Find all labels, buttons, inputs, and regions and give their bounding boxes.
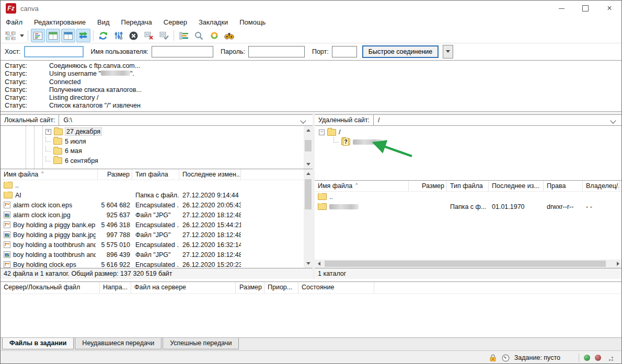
port-input[interactable] — [332, 46, 357, 57]
expand-plus-icon[interactable]: + — [45, 129, 51, 135]
column-header-1[interactable]: Размер — [98, 169, 132, 180]
local-site-combobox[interactable]: G:\ — [59, 115, 313, 125]
scrollbar-thumb[interactable] — [305, 179, 312, 209]
directory-comparison-button[interactable] — [177, 29, 191, 42]
menu-item-5[interactable]: Закладки — [199, 18, 228, 26]
tree-connector — [45, 137, 51, 142]
scroll-up-button[interactable] — [304, 126, 313, 135]
scroll-left-button[interactable] — [315, 260, 324, 268]
local-file-row[interactable]: alarm clock icon.eps5 604 682Encapsulate… — [1, 200, 313, 210]
scrollbar-thumb[interactable] — [305, 140, 312, 151]
queue-column-header-3[interactable]: Размер — [236, 282, 264, 293]
collapse-minus-icon[interactable]: − — [319, 130, 325, 135]
menu-item-1[interactable]: Редактирование — [34, 18, 86, 26]
local-file-row[interactable]: Boy holding a piggy bank.eps5 496 318Enc… — [1, 220, 313, 230]
directory-filters-button[interactable] — [207, 29, 221, 42]
local-file-row[interactable]: AIПапка с файл...27.12.2020 9:14:44 — [1, 190, 313, 200]
local-tree-item[interactable]: +27 декабря — [45, 127, 313, 137]
process-queue-button[interactable] — [111, 29, 125, 42]
scroll-up-button[interactable] — [304, 169, 313, 178]
queue-column-header-1[interactable]: Напра... — [100, 282, 131, 293]
quickconnect-button[interactable]: Быстрое соединение — [362, 45, 439, 58]
remote-tree-item[interactable]: ? — [319, 137, 622, 147]
local-site-row: Локальный сайт: G:\ — [1, 114, 313, 126]
local-directory-tree: +27 декабря5 июля6 мая6 сентября — [1, 126, 313, 169]
minimize-button[interactable] — [549, 1, 573, 16]
resize-grip[interactable] — [607, 355, 613, 361]
remote-horizontal-scrollbar[interactable] — [315, 260, 622, 268]
tree-item-label: / — [339, 128, 340, 136]
remote-file-row[interactable]: .. — [315, 192, 622, 202]
local-tree-item[interactable]: 6 сентября — [45, 156, 313, 166]
column-header-0[interactable]: Имя файла^ — [315, 181, 409, 191]
quickconnect-dropdown-button[interactable] — [443, 45, 453, 58]
scroll-right-button[interactable] — [614, 260, 622, 268]
column-header-3[interactable]: Последнее измен... — [179, 169, 241, 180]
local-tree-item[interactable]: 6 мая — [45, 146, 313, 156]
file-name-cell: Boy holding a piggy bank.eps — [1, 221, 98, 229]
remote-tree-item[interactable]: −/ — [319, 127, 622, 137]
menu-item-2[interactable]: Вид — [97, 18, 110, 26]
queue-column-header-5[interactable]: Состояние — [298, 282, 374, 293]
find-files-button[interactable] — [222, 29, 236, 42]
scrollbar-thumb[interactable] — [325, 261, 606, 267]
tab-1[interactable]: Неудавшиеся передачи — [75, 338, 162, 349]
toggle-remote-tree-button[interactable] — [61, 29, 75, 42]
column-header-0[interactable]: Имя файла^ — [1, 169, 98, 180]
file-name-text: alarm clock icon.eps — [13, 202, 72, 209]
menu-item-0[interactable]: Файл — [6, 18, 22, 26]
local-list-scrollbar[interactable] — [304, 169, 313, 268]
synchronized-browsing-button[interactable] — [192, 29, 206, 42]
file-size-cell: 5 604 682 — [98, 202, 132, 209]
local-file-row[interactable]: boy holding a toothbrush and t...896 439… — [1, 250, 313, 260]
chevron-down-icon[interactable] — [610, 118, 616, 123]
local-tree-item[interactable]: 5 июля — [45, 137, 313, 147]
scroll-down-button[interactable] — [304, 259, 313, 268]
local-file-row[interactable]: alarm clock icon.jpg925 637Файл "JPG"27.… — [1, 210, 313, 220]
tab-0[interactable]: Файлы в задании — [2, 338, 74, 349]
queue-header: Сервер/Локальный файлНапра...Файл на сер… — [1, 282, 621, 294]
site-manager-dropdown-button[interactable] — [18, 29, 26, 42]
queue-column-header-0[interactable]: Сервер/Локальный файл — [1, 282, 100, 293]
log-message: Using username "". — [49, 70, 134, 77]
triangle-down-icon — [306, 262, 310, 265]
menu-item-6[interactable]: Помощь — [239, 18, 266, 26]
chevron-down-icon — [446, 50, 450, 53]
disconnect-button[interactable] — [142, 29, 156, 42]
toggle-local-tree-button[interactable] — [46, 29, 60, 42]
local-file-row[interactable]: boy holding a toothbrush and t...5 575 0… — [1, 240, 313, 250]
host-input[interactable] — [24, 46, 84, 57]
queue-column-header-4[interactable]: Приор... — [264, 282, 298, 293]
speed-gauge-icon[interactable] — [502, 354, 510, 362]
file-size-cell: 896 439 — [98, 251, 132, 259]
cancel-button[interactable] — [126, 29, 141, 42]
local-tree-scrollbar[interactable] — [304, 126, 313, 169]
queue-column-header-2[interactable]: Файл на сервере — [131, 282, 236, 293]
column-header-4[interactable]: Права — [544, 181, 583, 191]
menu-item-3[interactable]: Передача — [121, 18, 152, 26]
column-header-3[interactable]: Последнее из... — [489, 181, 544, 191]
toggle-message-log-button[interactable] — [31, 29, 45, 42]
file-type-cell: Encapsulated ... — [132, 202, 179, 209]
column-header-5[interactable]: Владелец/... — [583, 181, 619, 191]
column-header-2[interactable]: Тип файла — [447, 181, 489, 191]
tab-2[interactable]: Успешные передачи — [163, 338, 239, 349]
chevron-down-icon[interactable] — [300, 118, 306, 123]
refresh-button[interactable] — [96, 29, 110, 42]
column-header-2[interactable]: Тип файла — [132, 169, 179, 180]
menu-item-4[interactable]: Сервер — [164, 18, 187, 26]
maximize-button[interactable] — [573, 1, 597, 16]
toggle-transfer-queue-button[interactable] — [76, 29, 90, 42]
local-file-row[interactable]: .. — [1, 180, 313, 190]
remote-file-row[interactable]: Папка с ф...01.01.1970drwxr--r--- - — [315, 202, 622, 212]
local-file-row[interactable]: Boy holding a piggy bank.jpg997 788Файл … — [1, 230, 313, 240]
local-file-row[interactable]: Boy holding clock.eps5 616 922Encapsulat… — [1, 260, 313, 268]
username-input[interactable] — [152, 46, 213, 57]
reconnect-button[interactable] — [157, 29, 171, 42]
password-input[interactable] — [248, 46, 305, 57]
site-manager-button[interactable] — [3, 29, 17, 42]
remote-site-combobox[interactable]: / — [374, 115, 622, 125]
scroll-down-button[interactable] — [304, 160, 313, 169]
close-button[interactable]: × — [597, 1, 621, 16]
column-header-1[interactable]: Размер — [409, 181, 447, 191]
